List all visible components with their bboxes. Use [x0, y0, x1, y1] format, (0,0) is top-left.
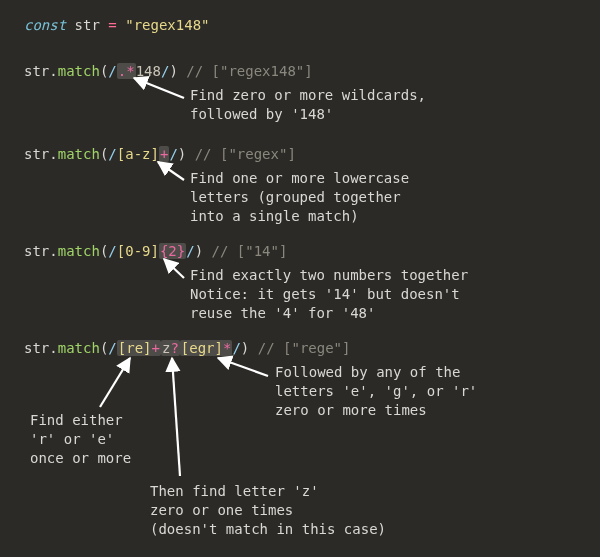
annotation-ex4-right: Followed by any of the letters 'e', 'g',… — [275, 363, 477, 420]
regex-delim: / — [186, 243, 194, 259]
comment: // ["14"] — [212, 243, 288, 259]
code-line-ex1: str.match(/.*148/) // ["regex148"] — [24, 62, 313, 81]
annotation-line: Find exactly two numbers together — [190, 266, 468, 285]
annotation-line: into a single match) — [190, 207, 409, 226]
ident-str: str — [75, 17, 100, 33]
paren-close: ) — [178, 146, 186, 162]
arrow-icon — [134, 78, 184, 98]
dot: . — [49, 340, 57, 356]
arrow-icon — [158, 162, 184, 180]
annotation-line: zero or one times — [150, 501, 386, 520]
regex-star: * — [223, 340, 231, 356]
method-match: match — [58, 63, 100, 79]
code-line-ex2: str.match(/[a-z]+/) // ["regex"] — [24, 145, 296, 164]
annotation-line: reuse the '4' for '48' — [190, 304, 468, 323]
annotation-line: (doesn't match in this case) — [150, 520, 386, 539]
arrow-icon — [164, 259, 184, 278]
annotation-ex4-bottom: Then find letter 'z' zero or one times (… — [150, 482, 386, 539]
arrow-icon — [218, 358, 268, 376]
regex-delim: / — [108, 340, 116, 356]
annotation-line: once or more — [30, 449, 131, 468]
op-eq: = — [108, 17, 116, 33]
annotation-ex3: Find exactly two numbers together Notice… — [190, 266, 468, 323]
method-match: match — [58, 340, 100, 356]
dot: . — [49, 243, 57, 259]
arrow-icon — [172, 358, 180, 476]
annotation-line: Find either — [30, 411, 131, 430]
regex-plus: + — [152, 340, 160, 356]
comment: // ["regex148"] — [186, 63, 312, 79]
regex-bracket: [ — [118, 340, 126, 356]
regex-delim: / — [108, 243, 116, 259]
regex-bracket: ] — [151, 146, 159, 162]
regex-bracket: [ — [117, 243, 125, 259]
regex-dot: . — [118, 63, 126, 79]
annotation-line: zero or more times — [275, 401, 477, 420]
regex-delim: / — [232, 340, 240, 356]
regex-star: * — [126, 63, 134, 79]
paren-close: ) — [241, 340, 249, 356]
annotation-ex1: Find zero or more wildcards, followed by… — [190, 86, 426, 124]
ident: str — [24, 63, 49, 79]
code-line-ex4: str.match(/[re]+z?[egr]*/) // ["rege"] — [24, 339, 350, 358]
code-line-decl: const str = "regex148" — [24, 16, 210, 35]
comment: // ["regex"] — [195, 146, 296, 162]
annotation-line: Then find letter 'z' — [150, 482, 386, 501]
regex-question: ? — [170, 340, 178, 356]
annotation-line: Find one or more lowercase — [190, 169, 409, 188]
annotation-line: letters 'e', 'g', or 'r' — [275, 382, 477, 401]
annotation-line: Find zero or more wildcards, — [190, 86, 426, 105]
regex-bracket: [ — [117, 146, 125, 162]
string-literal: "regex148" — [125, 17, 209, 33]
dot: . — [49, 63, 57, 79]
annotation-line: Followed by any of the — [275, 363, 477, 382]
code-line-ex3: str.match(/[0-9]{2}/) // ["14"] — [24, 242, 287, 261]
regex-bracket: ] — [215, 340, 223, 356]
arrow-icon — [100, 358, 130, 407]
regex-delim: / — [169, 146, 177, 162]
regex-bracket: ] — [143, 340, 151, 356]
paren-close: ) — [169, 63, 177, 79]
ident: str — [24, 146, 49, 162]
method-match: match — [58, 243, 100, 259]
ident: str — [24, 340, 49, 356]
annotation-line: followed by '148' — [190, 105, 426, 124]
regex-plus: + — [159, 146, 169, 162]
regex-delim: / — [108, 63, 116, 79]
regex-bracket: [ — [181, 340, 189, 356]
regex-class: a-z — [125, 146, 150, 162]
regex-bracket: ] — [151, 243, 159, 259]
method-match: match — [58, 146, 100, 162]
annotation-ex4-left: Find either 'r' or 'e' once or more — [30, 411, 131, 468]
dot: . — [49, 146, 57, 162]
annotation-line: Notice: it gets '14' but doesn't — [190, 285, 468, 304]
regex-class: re — [126, 340, 143, 356]
annotation-line: letters (grouped together — [190, 188, 409, 207]
regex-delim: / — [108, 146, 116, 162]
regex-literal: 148 — [136, 63, 161, 79]
ident: str — [24, 243, 49, 259]
regex-class: 0-9 — [125, 243, 150, 259]
keyword-const: const — [24, 17, 66, 33]
paren-close: ) — [195, 243, 203, 259]
annotation-line: 'r' or 'e' — [30, 430, 131, 449]
comment: // ["rege"] — [258, 340, 351, 356]
regex-class: egr — [189, 340, 214, 356]
annotation-ex2: Find one or more lowercase letters (grou… — [190, 169, 409, 226]
regex-count: {2} — [159, 243, 186, 259]
